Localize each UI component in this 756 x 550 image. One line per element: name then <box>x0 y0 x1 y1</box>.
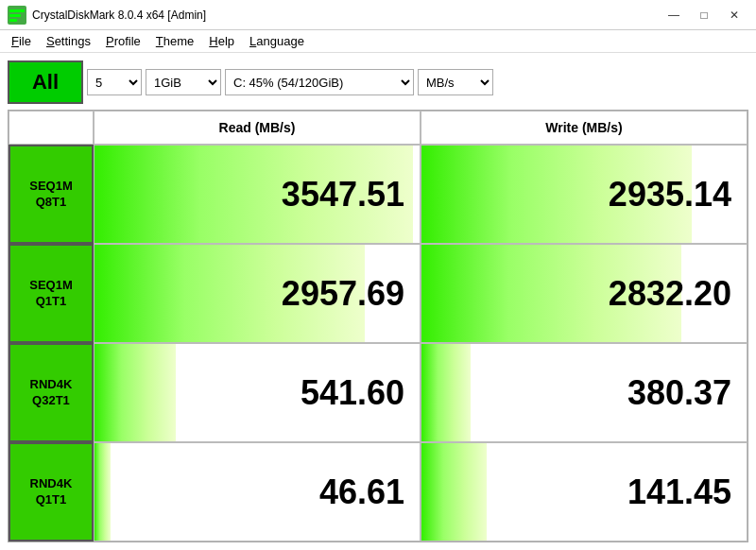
menu-help[interactable]: Help <box>201 32 242 50</box>
drive-select[interactable]: C: 45% (54/120GiB) <box>225 69 414 95</box>
close-button[interactable]: ✕ <box>720 6 748 25</box>
toolbar: All 5 1 3 9 1GiB 512MiB 2GiB 4GiB C: 45%… <box>8 60 748 104</box>
title-bar: CrystalDiskMark 8.0.4 x64 [Admin] — □ ✕ <box>0 0 756 30</box>
header-empty <box>9 111 94 145</box>
row-rnd4k-q32t1-write: 380.37 <box>421 343 747 442</box>
row-rnd4k-q32t1-read: 541.60 <box>94 343 421 442</box>
window-title: CrystalDiskMark 8.0.4 x64 [Admin] <box>32 9 660 22</box>
all-button[interactable]: All <box>8 60 83 104</box>
window-controls: — □ ✕ <box>660 6 748 25</box>
row-seq1m-q1t1-write: 2832.20 <box>421 244 747 343</box>
svg-rect-1 <box>9 9 25 12</box>
header-read: Read (MB/s) <box>94 111 421 145</box>
row-label-text: SEQ1MQ8T1 <box>29 179 73 211</box>
maximize-button[interactable]: □ <box>690 6 718 25</box>
row-label-text: SEQ1MQ1T1 <box>29 278 73 310</box>
size-select[interactable]: 1GiB 512MiB 2GiB 4GiB <box>146 69 221 95</box>
header-write: Write (MB/s) <box>421 111 747 145</box>
row-seq1m-q8t1-write: 2935.14 <box>421 145 747 244</box>
app-icon <box>8 6 26 25</box>
minimize-button[interactable]: — <box>660 6 688 25</box>
row-seq1m-q8t1-read: 3547.51 <box>94 145 421 244</box>
row-label-seq1m-q8t1: SEQ1MQ8T1 <box>9 145 94 244</box>
row-label-rnd4k-q32t1: RND4KQ32T1 <box>9 343 94 442</box>
main-content: All 5 1 3 9 1GiB 512MiB 2GiB 4GiB C: 45%… <box>0 53 756 550</box>
row-seq1m-q1t1-read: 2957.69 <box>94 244 421 343</box>
row-label-rnd4k-q1t1: RND4KQ1T1 <box>9 442 94 541</box>
menu-profile[interactable]: Profile <box>98 32 148 50</box>
svg-rect-2 <box>9 14 21 17</box>
menu-theme[interactable]: Theme <box>148 32 201 50</box>
row-label-text: RND4KQ1T1 <box>30 476 73 508</box>
benchmark-table: Read (MB/s) Write (MB/s) SEQ1MQ8T1 3547.… <box>8 110 748 542</box>
row-label-text: RND4KQ32T1 <box>30 377 73 409</box>
menu-language[interactable]: Language <box>242 32 312 50</box>
count-select[interactable]: 5 1 3 9 <box>87 69 142 95</box>
unit-select[interactable]: MB/s GB/s IOPS μs <box>418 69 493 95</box>
row-label-seq1m-q1t1: SEQ1MQ1T1 <box>9 244 94 343</box>
svg-rect-3 <box>9 19 17 22</box>
menu-file[interactable]: File <box>4 32 39 50</box>
menu-settings[interactable]: Settings <box>39 32 98 50</box>
menu-bar: File Settings Profile Theme Help Languag… <box>0 30 756 53</box>
row-rnd4k-q1t1-write: 141.45 <box>421 442 747 541</box>
row-rnd4k-q1t1-read: 46.61 <box>94 442 421 541</box>
